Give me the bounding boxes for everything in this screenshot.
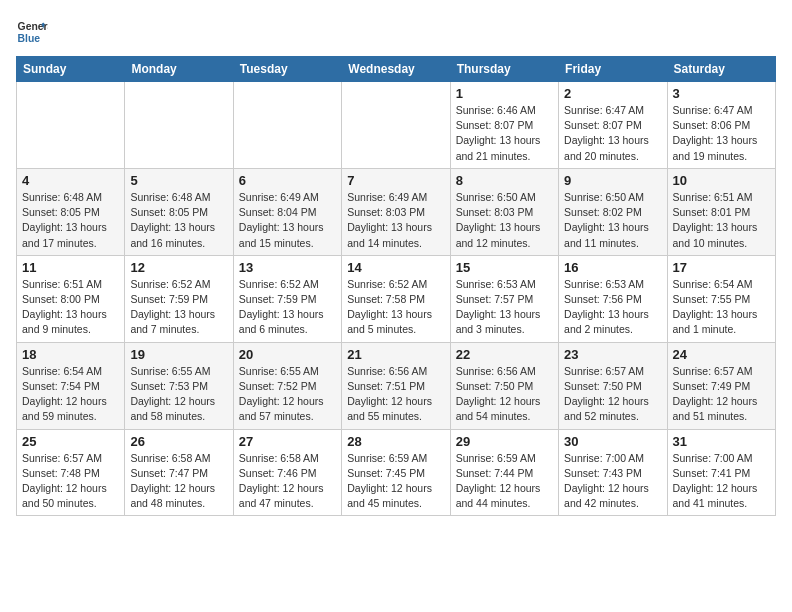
day-number: 25 xyxy=(22,434,119,449)
day-cell: 7Sunrise: 6:49 AM Sunset: 8:03 PM Daylig… xyxy=(342,168,450,255)
day-info: Sunrise: 6:52 AM Sunset: 7:58 PM Dayligh… xyxy=(347,277,444,338)
day-cell: 17Sunrise: 6:54 AM Sunset: 7:55 PM Dayli… xyxy=(667,255,775,342)
day-number: 4 xyxy=(22,173,119,188)
day-cell: 2Sunrise: 6:47 AM Sunset: 8:07 PM Daylig… xyxy=(559,82,667,169)
header-thursday: Thursday xyxy=(450,57,558,82)
day-number: 7 xyxy=(347,173,444,188)
day-number: 12 xyxy=(130,260,227,275)
svg-text:Blue: Blue xyxy=(18,33,41,44)
day-cell: 24Sunrise: 6:57 AM Sunset: 7:49 PM Dayli… xyxy=(667,342,775,429)
day-number: 3 xyxy=(673,86,770,101)
week-row-1: 1Sunrise: 6:46 AM Sunset: 8:07 PM Daylig… xyxy=(17,82,776,169)
day-number: 15 xyxy=(456,260,553,275)
day-info: Sunrise: 6:53 AM Sunset: 7:56 PM Dayligh… xyxy=(564,277,661,338)
day-cell: 30Sunrise: 7:00 AM Sunset: 7:43 PM Dayli… xyxy=(559,429,667,516)
logo: General Blue xyxy=(16,16,52,48)
day-info: Sunrise: 6:59 AM Sunset: 7:44 PM Dayligh… xyxy=(456,451,553,512)
day-cell: 20Sunrise: 6:55 AM Sunset: 7:52 PM Dayli… xyxy=(233,342,341,429)
day-cell: 18Sunrise: 6:54 AM Sunset: 7:54 PM Dayli… xyxy=(17,342,125,429)
day-number: 2 xyxy=(564,86,661,101)
day-cell xyxy=(342,82,450,169)
day-cell xyxy=(233,82,341,169)
header-sunday: Sunday xyxy=(17,57,125,82)
day-info: Sunrise: 6:54 AM Sunset: 7:54 PM Dayligh… xyxy=(22,364,119,425)
day-number: 24 xyxy=(673,347,770,362)
day-cell: 8Sunrise: 6:50 AM Sunset: 8:03 PM Daylig… xyxy=(450,168,558,255)
day-number: 13 xyxy=(239,260,336,275)
day-cell: 3Sunrise: 6:47 AM Sunset: 8:06 PM Daylig… xyxy=(667,82,775,169)
day-info: Sunrise: 6:50 AM Sunset: 8:02 PM Dayligh… xyxy=(564,190,661,251)
day-number: 27 xyxy=(239,434,336,449)
day-info: Sunrise: 6:57 AM Sunset: 7:50 PM Dayligh… xyxy=(564,364,661,425)
day-info: Sunrise: 7:00 AM Sunset: 7:41 PM Dayligh… xyxy=(673,451,770,512)
day-number: 22 xyxy=(456,347,553,362)
day-cell: 28Sunrise: 6:59 AM Sunset: 7:45 PM Dayli… xyxy=(342,429,450,516)
day-number: 23 xyxy=(564,347,661,362)
day-cell: 14Sunrise: 6:52 AM Sunset: 7:58 PM Dayli… xyxy=(342,255,450,342)
day-cell: 15Sunrise: 6:53 AM Sunset: 7:57 PM Dayli… xyxy=(450,255,558,342)
week-row-5: 25Sunrise: 6:57 AM Sunset: 7:48 PM Dayli… xyxy=(17,429,776,516)
day-info: Sunrise: 6:56 AM Sunset: 7:51 PM Dayligh… xyxy=(347,364,444,425)
day-number: 8 xyxy=(456,173,553,188)
day-info: Sunrise: 7:00 AM Sunset: 7:43 PM Dayligh… xyxy=(564,451,661,512)
day-number: 30 xyxy=(564,434,661,449)
day-cell: 5Sunrise: 6:48 AM Sunset: 8:05 PM Daylig… xyxy=(125,168,233,255)
day-info: Sunrise: 6:55 AM Sunset: 7:52 PM Dayligh… xyxy=(239,364,336,425)
week-row-3: 11Sunrise: 6:51 AM Sunset: 8:00 PM Dayli… xyxy=(17,255,776,342)
day-number: 31 xyxy=(673,434,770,449)
day-info: Sunrise: 6:51 AM Sunset: 8:01 PM Dayligh… xyxy=(673,190,770,251)
day-cell: 19Sunrise: 6:55 AM Sunset: 7:53 PM Dayli… xyxy=(125,342,233,429)
week-row-2: 4Sunrise: 6:48 AM Sunset: 8:05 PM Daylig… xyxy=(17,168,776,255)
day-info: Sunrise: 6:49 AM Sunset: 8:03 PM Dayligh… xyxy=(347,190,444,251)
day-cell: 23Sunrise: 6:57 AM Sunset: 7:50 PM Dayli… xyxy=(559,342,667,429)
day-info: Sunrise: 6:50 AM Sunset: 8:03 PM Dayligh… xyxy=(456,190,553,251)
day-number: 28 xyxy=(347,434,444,449)
header-monday: Monday xyxy=(125,57,233,82)
day-cell xyxy=(125,82,233,169)
day-cell xyxy=(17,82,125,169)
day-cell: 22Sunrise: 6:56 AM Sunset: 7:50 PM Dayli… xyxy=(450,342,558,429)
header-friday: Friday xyxy=(559,57,667,82)
week-row-4: 18Sunrise: 6:54 AM Sunset: 7:54 PM Dayli… xyxy=(17,342,776,429)
day-info: Sunrise: 6:57 AM Sunset: 7:48 PM Dayligh… xyxy=(22,451,119,512)
day-info: Sunrise: 6:52 AM Sunset: 7:59 PM Dayligh… xyxy=(130,277,227,338)
day-info: Sunrise: 6:48 AM Sunset: 8:05 PM Dayligh… xyxy=(130,190,227,251)
day-info: Sunrise: 6:58 AM Sunset: 7:46 PM Dayligh… xyxy=(239,451,336,512)
day-number: 18 xyxy=(22,347,119,362)
day-number: 19 xyxy=(130,347,227,362)
day-info: Sunrise: 6:55 AM Sunset: 7:53 PM Dayligh… xyxy=(130,364,227,425)
day-number: 1 xyxy=(456,86,553,101)
day-info: Sunrise: 6:52 AM Sunset: 7:59 PM Dayligh… xyxy=(239,277,336,338)
day-cell: 13Sunrise: 6:52 AM Sunset: 7:59 PM Dayli… xyxy=(233,255,341,342)
day-cell: 21Sunrise: 6:56 AM Sunset: 7:51 PM Dayli… xyxy=(342,342,450,429)
day-info: Sunrise: 6:47 AM Sunset: 8:06 PM Dayligh… xyxy=(673,103,770,164)
day-cell: 6Sunrise: 6:49 AM Sunset: 8:04 PM Daylig… xyxy=(233,168,341,255)
day-cell: 27Sunrise: 6:58 AM Sunset: 7:46 PM Dayli… xyxy=(233,429,341,516)
day-info: Sunrise: 6:51 AM Sunset: 8:00 PM Dayligh… xyxy=(22,277,119,338)
header-wednesday: Wednesday xyxy=(342,57,450,82)
day-number: 16 xyxy=(564,260,661,275)
calendar-header-row: SundayMondayTuesdayWednesdayThursdayFrid… xyxy=(17,57,776,82)
day-number: 14 xyxy=(347,260,444,275)
day-info: Sunrise: 6:48 AM Sunset: 8:05 PM Dayligh… xyxy=(22,190,119,251)
day-cell: 4Sunrise: 6:48 AM Sunset: 8:05 PM Daylig… xyxy=(17,168,125,255)
day-number: 17 xyxy=(673,260,770,275)
header-tuesday: Tuesday xyxy=(233,57,341,82)
day-info: Sunrise: 6:49 AM Sunset: 8:04 PM Dayligh… xyxy=(239,190,336,251)
day-number: 20 xyxy=(239,347,336,362)
day-cell: 12Sunrise: 6:52 AM Sunset: 7:59 PM Dayli… xyxy=(125,255,233,342)
day-number: 10 xyxy=(673,173,770,188)
day-cell: 10Sunrise: 6:51 AM Sunset: 8:01 PM Dayli… xyxy=(667,168,775,255)
header: General Blue xyxy=(16,16,776,48)
day-number: 9 xyxy=(564,173,661,188)
day-number: 5 xyxy=(130,173,227,188)
day-info: Sunrise: 6:58 AM Sunset: 7:47 PM Dayligh… xyxy=(130,451,227,512)
day-cell: 1Sunrise: 6:46 AM Sunset: 8:07 PM Daylig… xyxy=(450,82,558,169)
day-cell: 11Sunrise: 6:51 AM Sunset: 8:00 PM Dayli… xyxy=(17,255,125,342)
day-number: 11 xyxy=(22,260,119,275)
day-info: Sunrise: 6:56 AM Sunset: 7:50 PM Dayligh… xyxy=(456,364,553,425)
day-info: Sunrise: 6:47 AM Sunset: 8:07 PM Dayligh… xyxy=(564,103,661,164)
logo-icon: General Blue xyxy=(16,16,48,48)
calendar-table: SundayMondayTuesdayWednesdayThursdayFrid… xyxy=(16,56,776,516)
day-info: Sunrise: 6:54 AM Sunset: 7:55 PM Dayligh… xyxy=(673,277,770,338)
